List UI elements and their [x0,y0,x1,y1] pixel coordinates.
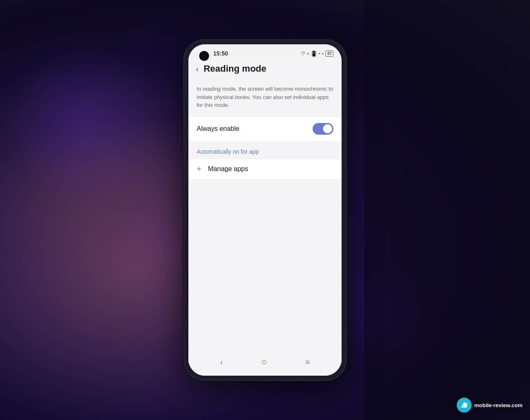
watermark-text: mobile-review.com [474,402,523,408]
manage-apps-row[interactable]: + Manage apps [188,159,342,179]
nav-menu-button[interactable]: ≡ [305,357,310,367]
toggle-knob [323,124,332,133]
section-header-text: Automatically on for app [197,148,259,155]
back-button[interactable]: ‹ [196,64,199,74]
status-bar: 15:50 ♡ ● 📳 ▪ ▪ 47 [188,44,342,58]
top-bar: ‹ Reading mode [188,58,342,79]
battery-indicator: 47 [325,51,333,57]
camera-cutout [200,52,208,60]
description-block: In reading mode, the screen will become … [188,79,342,116]
vibrate-icon: 📳 [311,51,317,57]
nav-home-button[interactable]: ○ [261,357,267,367]
bottom-nav: ‹ ○ ≡ [188,352,342,376]
always-enable-label: Always enable [197,125,239,133]
section-header: Automatically on for app [188,141,342,159]
phone-shell: 15:50 ♡ ● 📳 ▪ ▪ 47 ‹ Reading mode In re [184,40,346,380]
always-enable-toggle[interactable] [313,123,333,135]
watermark-icon [457,398,472,413]
svg-point-1 [464,403,467,406]
manage-apps-label: Manage apps [208,165,248,173]
dot-icon: ● [307,52,309,56]
watermark: mobile-review.com [457,398,523,413]
screen-content: ‹ Reading mode In reading mode, the scre… [188,58,342,376]
heart-icon: ♡ [301,51,305,56]
signal-icon-1: ▪ [319,51,320,56]
signal-icon-2: ▪ [322,51,324,56]
status-icons: ♡ ● 📳 ▪ ▪ 47 [301,51,333,57]
status-time: 15:50 [213,50,228,57]
description-text: In reading mode, the screen will become … [197,86,333,108]
plus-icon: + [197,165,201,173]
always-enable-row[interactable]: Always enable [188,116,342,141]
content-area: In reading mode, the screen will become … [188,79,342,352]
page-title: Reading mode [204,63,267,74]
phone-screen: 15:50 ♡ ● 📳 ▪ ▪ 47 ‹ Reading mode In re [188,44,342,376]
nav-back-button[interactable]: ‹ [220,357,223,367]
